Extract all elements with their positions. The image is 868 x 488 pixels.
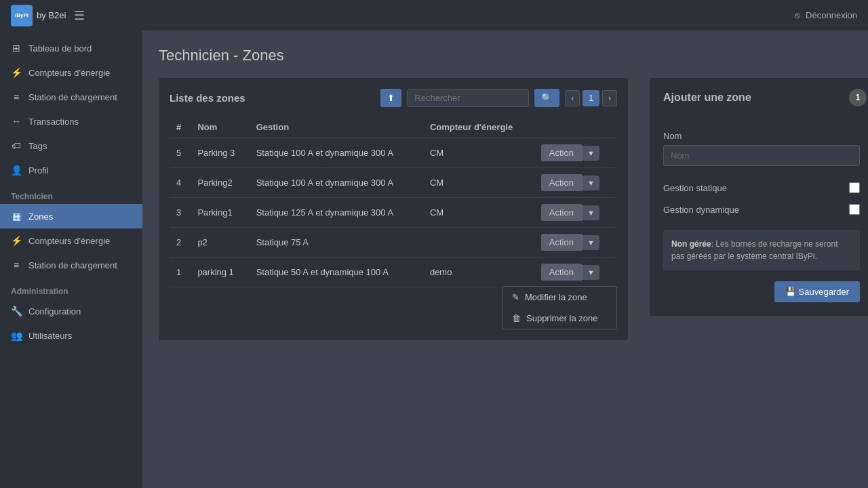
station2-icon: ≡ bbox=[11, 260, 22, 270]
logo-icon: iByPi bbox=[11, 5, 33, 26]
sidebar-item-compteurs-energie-top[interactable]: ⚡ Compteurs d'énergie bbox=[0, 60, 142, 85]
sidebar-item-label: Compteurs d'énergie bbox=[28, 68, 110, 78]
save-label: Sauvegarder bbox=[799, 287, 849, 297]
sidebar-item-label: Tableau de bord bbox=[28, 43, 92, 54]
profil-icon: 👤 bbox=[11, 165, 22, 176]
sidebar-item-label: Transactions bbox=[28, 117, 79, 127]
form-group-nom: Nom bbox=[663, 131, 860, 166]
edit-icon: ✎ bbox=[512, 292, 519, 302]
logout-label: Déconnexion bbox=[806, 10, 857, 20]
cell-gestion: Statique 75 A bbox=[250, 228, 423, 258]
col-header-actions bbox=[534, 117, 617, 138]
form-row-dynamique: Gestion dynamique bbox=[663, 199, 860, 220]
table-panel: Liste des zones ⬆ 🔍 ‹ 1 › bbox=[159, 78, 628, 340]
users-icon: 👥 bbox=[11, 330, 22, 341]
sidebar-item-label: Tags bbox=[28, 141, 47, 151]
cell-nom: p2 bbox=[191, 228, 249, 258]
action-button[interactable]: Action bbox=[541, 234, 582, 251]
current-page-button[interactable]: 1 bbox=[583, 90, 599, 106]
modifier-label: Modifier la zone bbox=[525, 292, 587, 302]
cell-compteur: CM bbox=[423, 138, 534, 168]
search-button[interactable]: 🔍 bbox=[534, 89, 559, 107]
search-input[interactable] bbox=[407, 89, 529, 107]
sidebar-item-zones[interactable]: ▦ Zones bbox=[0, 204, 142, 228]
action-dropdown-trigger[interactable]: ▼ bbox=[582, 146, 599, 161]
station-icon: ≡ bbox=[11, 92, 22, 102]
table-panel-wrap: Liste des zones ⬆ 🔍 ‹ 1 › bbox=[159, 78, 628, 340]
supprimer-label: Supprimer la zone bbox=[526, 313, 598, 323]
cell-nom: parking 1 bbox=[191, 258, 249, 287]
topbar: iByPi by B2ei ☰ ⎋ Déconnexion bbox=[0, 0, 868, 30]
gestion-dynamique-checkbox[interactable] bbox=[849, 204, 860, 215]
zones-table: # Nom Gestion Compteur d'énergie 5 Parki… bbox=[170, 117, 617, 287]
sidebar-item-tableau-de-bord[interactable]: ⊞ Tableau de bord bbox=[0, 36, 142, 60]
cell-gestion: Statique 100 A et dynamique 300 A bbox=[250, 138, 423, 168]
action-button[interactable]: Action bbox=[541, 174, 582, 191]
action-button[interactable]: Action bbox=[541, 144, 582, 161]
energy-icon: ⚡ bbox=[11, 67, 22, 78]
sidebar-item-label: Zones bbox=[28, 211, 53, 222]
page-title: Technicien - Zones bbox=[159, 47, 852, 64]
sidebar-item-label: Profil bbox=[28, 165, 49, 176]
sidebar-item-profil[interactable]: 👤 Profil bbox=[0, 158, 142, 182]
cell-id: 3 bbox=[170, 198, 191, 228]
modifier-zone-item[interactable]: ✎ Modifier la zone bbox=[502, 287, 616, 308]
sidebar-item-utilisateurs[interactable]: 👥 Utilisateurs bbox=[0, 323, 142, 348]
sidebar-item-compteurs-technicien[interactable]: ⚡ Compteurs d'énergie bbox=[0, 228, 142, 253]
action-dropdown-trigger[interactable]: ▼ bbox=[582, 205, 599, 220]
table-row: 3 Parking1 Statique 125 A et dynamique 3… bbox=[170, 198, 617, 228]
logout-icon: ⎋ bbox=[795, 10, 800, 20]
main-content: Technicien - Zones Liste des zones ⬆ 🔍 ‹… bbox=[142, 30, 868, 488]
delete-icon: 🗑 bbox=[512, 313, 521, 323]
action-dropdown-trigger[interactable]: ▼ bbox=[582, 265, 599, 280]
sidebar-item-transactions[interactable]: ↔ Transactions bbox=[0, 109, 142, 134]
form-row-statique: Gestion statique bbox=[663, 177, 860, 199]
supprimer-zone-item[interactable]: 🗑 Supprimer la zone bbox=[502, 308, 616, 329]
action-dropdown-trigger[interactable]: ▼ bbox=[582, 176, 599, 190]
hamburger-icon[interactable]: ☰ bbox=[74, 8, 85, 23]
upload-button[interactable]: ⬆ bbox=[380, 89, 401, 107]
action-dropdown-trigger[interactable]: ▼ bbox=[582, 235, 599, 250]
logout-button[interactable]: ⎋ Déconnexion bbox=[795, 10, 857, 20]
cell-gestion: Statique 50 A et dynamique 100 A bbox=[250, 258, 423, 287]
nom-input[interactable] bbox=[663, 145, 860, 166]
next-page-button[interactable]: › bbox=[602, 90, 617, 106]
cell-compteur bbox=[423, 228, 534, 258]
cell-nom: Parking1 bbox=[191, 198, 249, 228]
sidebar-item-station-technicien[interactable]: ≡ Station de chargement bbox=[0, 253, 142, 277]
cell-compteur: CM bbox=[423, 198, 534, 228]
action-button[interactable]: Action bbox=[541, 204, 582, 221]
col-header-nom: Nom bbox=[191, 117, 249, 138]
sidebar-item-station-top[interactable]: ≡ Station de chargement bbox=[0, 85, 142, 109]
main-layout: ⊞ Tableau de bord ⚡ Compteurs d'énergie … bbox=[0, 30, 868, 488]
logo-text: by B2ei bbox=[37, 10, 66, 20]
save-button[interactable]: 💾 Sauvegarder bbox=[774, 281, 860, 302]
sidebar: ⊞ Tableau de bord ⚡ Compteurs d'énergie … bbox=[0, 30, 142, 488]
action-btn-group: Action ▼ bbox=[541, 144, 610, 161]
table-row: 2 p2 Statique 75 A Action ▼ bbox=[170, 228, 617, 258]
sidebar-item-tags[interactable]: 🏷 Tags bbox=[0, 134, 142, 158]
cell-action: Action ▼ bbox=[534, 258, 617, 287]
cell-id: 2 bbox=[170, 228, 191, 258]
prev-page-button[interactable]: ‹ bbox=[565, 90, 580, 106]
section-administration: Administration bbox=[0, 277, 142, 299]
dropdown-container: ✎ Modifier la zone 🗑 Supprimer la zone bbox=[170, 286, 617, 329]
gestion-statique-checkbox[interactable] bbox=[849, 182, 860, 193]
action-button[interactable]: Action bbox=[541, 264, 582, 281]
sidebar-item-label: Station de chargement bbox=[28, 260, 117, 270]
col-header-id: # bbox=[170, 117, 191, 138]
sidebar-item-configuration[interactable]: 🔧 Configuration bbox=[0, 299, 142, 323]
topbar-logo: iByPi by B2ei bbox=[11, 5, 66, 26]
cell-nom: Parking2 bbox=[191, 168, 249, 198]
dashboard-icon: ⊞ bbox=[11, 43, 22, 54]
save-icon: 💾 bbox=[785, 287, 799, 297]
gestion-statique-label: Gestion statique bbox=[663, 183, 727, 193]
table-controls: ⬆ 🔍 ‹ 1 › bbox=[380, 89, 617, 107]
cell-id: 5 bbox=[170, 138, 191, 168]
cell-gestion: Statique 125 A et dynamique 300 A bbox=[250, 198, 423, 228]
cell-action: Action ▼ bbox=[534, 198, 617, 228]
cell-gestion: Statique 100 A et dynamique 300 A bbox=[250, 168, 423, 198]
energy2-icon: ⚡ bbox=[11, 235, 22, 246]
panel-title: Ajouter une zone bbox=[663, 92, 751, 104]
config-icon: 🔧 bbox=[11, 306, 22, 317]
